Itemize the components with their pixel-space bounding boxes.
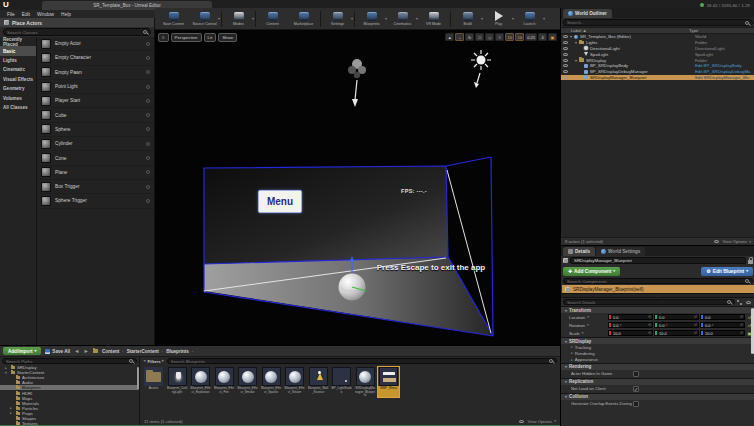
transform-translate-tool[interactable]: + <box>455 33 464 41</box>
section-header-rendering[interactable]: ▾Rendering <box>561 363 754 370</box>
place-item-point-light[interactable]: Point Light <box>37 80 154 94</box>
asset-blueprint-effect-explosion[interactable]: Blueprint_Effect_Explosion <box>190 367 211 397</box>
forward-button[interactable]: ► <box>83 348 88 354</box>
expander-icon[interactable]: ▾ <box>5 371 9 375</box>
outliner-row-type[interactable]: Edit BP_SRDisplayDebugMa <box>693 69 754 74</box>
place-item-sphere-trigger[interactable]: Sphere Trigger <box>37 194 154 208</box>
add-component-button[interactable]: ✚ Add Component ▾ <box>563 267 620 276</box>
breadcrumb-startercontent[interactable]: StarterContent <box>127 349 159 354</box>
category-basic[interactable]: Basic <box>0 46 36 55</box>
outliner-row-bp-srdisplaydebugmanager[interactable]: BP_SRDisplayDebugManagerEdit BP_SRDispla… <box>561 69 754 75</box>
axis-z-field[interactable]: 0.0 °↺ <box>700 322 745 328</box>
category-recently-placed[interactable]: Recently Placed <box>0 37 36 46</box>
asset-wbp-menu[interactable]: WBP_Menu <box>378 367 399 397</box>
outliner-search-input[interactable]: Search... <box>563 19 753 26</box>
tab-details[interactable]: Details <box>563 247 595 256</box>
outliner-row-srdisplay[interactable]: ▾SRDisplayFolder <box>561 57 754 63</box>
toolbar-modes-button[interactable]: Modes▾ <box>223 9 254 29</box>
transform-row-label[interactable]: Location▾ <box>563 315 607 320</box>
tab-world-settings[interactable]: World Settings <box>596 247 645 256</box>
viewport-options-button[interactable]: ≡ <box>158 33 169 42</box>
expander-icon[interactable]: ▸ <box>5 366 9 370</box>
axis-y-field[interactable]: 0.0 °↺ <box>654 322 699 328</box>
content-view-options-button[interactable]: View Options ▾ <box>517 419 556 424</box>
place-item-cylinder[interactable]: Cylinder <box>37 137 154 151</box>
menu-help[interactable]: Help <box>61 12 71 17</box>
component-tree-root-selected[interactable]: SRDisplayManager_Blueprint(self) <box>562 285 754 293</box>
dropdown-caret-icon[interactable]: ▾ <box>543 16 545 21</box>
grid-snap-toggle[interactable]: 10 <box>505 33 514 41</box>
menu-file[interactable]: File <box>7 12 15 17</box>
expander-icon[interactable]: ▸ <box>10 406 14 410</box>
asset-blueprint-effect-smoke[interactable]: Blueprint_Effect_Smoke <box>237 367 258 397</box>
menu-window[interactable]: Window <box>37 12 54 17</box>
reset-icon[interactable]: ↺ <box>694 315 698 319</box>
search-components-input[interactable]: Search Components <box>563 278 753 284</box>
reset-icon[interactable]: ↺ <box>648 323 652 327</box>
place-item-plane[interactable]: Plane <box>37 166 154 180</box>
toolbar-content-button[interactable]: Content <box>257 9 288 29</box>
asset-blueprint-effect-sparks[interactable]: Blueprint_Effect_Sparks <box>261 367 282 397</box>
search-assets-input[interactable]: Search Blueprints <box>167 358 557 364</box>
place-item-player-start[interactable]: Player Start <box>37 94 154 108</box>
reset-icon[interactable]: ↺ <box>740 323 744 327</box>
axis-x-field[interactable]: 0.0↺ <box>608 314 653 320</box>
visibility-eye-icon[interactable] <box>563 70 568 73</box>
transform-row-label[interactable]: Rotation▾ <box>563 323 607 328</box>
maximize-viewport[interactable]: ▣ <box>548 33 557 41</box>
asset-blueprint-ceilinglight[interactable]: Blueprint_CeilingLight <box>167 367 188 397</box>
asset-bp-lightstudio[interactable]: BP_LightStudio <box>331 367 352 397</box>
toolbar-play-button[interactable]: Play▾ <box>483 9 514 29</box>
section-header-collision[interactable]: ▾Collision <box>561 393 754 400</box>
reset-icon[interactable]: ↺ <box>694 331 698 335</box>
category-all-classes[interactable]: All Classes <box>0 103 36 112</box>
section-header-srdisplay[interactable]: ▾SRDisplay <box>561 337 754 344</box>
axis-x-field[interactable]: 0.0 °↺ <box>608 322 653 328</box>
viewport[interactable]: ≡ PerspectiveLitShow ▲+↻□◇#10100.254▣ Me… <box>155 30 560 345</box>
visibility-eye-icon[interactable] <box>563 53 568 56</box>
asset-blueprint-effect-fire[interactable]: Blueprint_Effect_Fire <box>214 367 235 397</box>
axis-x-field[interactable]: 10.0↺ <box>608 330 653 336</box>
outliner-view-options-button[interactable]: View Options ▾ <box>712 239 751 244</box>
asset-blueprint-wall-sconce[interactable]: Blueprint_Wall_Sconce <box>308 367 329 397</box>
menu-widget[interactable]: Menu <box>258 190 302 213</box>
surface-snap-toggle[interactable]: # <box>495 33 504 41</box>
dropdown-caret-icon[interactable]: ▾ <box>351 16 353 21</box>
edit-blueprint-button[interactable]: ⚙ Edit Blueprint ▾ <box>701 267 753 276</box>
axis-z-field[interactable]: 10.0↺ <box>700 330 745 336</box>
property-checkbox[interactable]: ✓ <box>633 386 639 392</box>
toolbar-vr-mode-button[interactable]: VR Mode <box>418 9 449 29</box>
property-checkbox[interactable] <box>633 401 639 407</box>
dropdown-caret-icon[interactable]: ▾ <box>218 16 220 21</box>
filters-button[interactable]: ▼ Filters ▾ <box>143 359 164 364</box>
reset-icon[interactable]: ↺ <box>694 323 698 327</box>
property-checkbox[interactable] <box>633 371 639 377</box>
add-import-button[interactable]: Add/Import ▾ <box>3 347 41 355</box>
dropdown-caret-icon[interactable]: ▾ <box>252 16 254 21</box>
folder-tree-scrollbar[interactable] <box>137 367 139 389</box>
outliner-row-type[interactable]: Edit SRDisplayManager_Blu <box>693 75 754 80</box>
breadcrumb-blueprints[interactable]: Blueprints <box>166 349 189 354</box>
visibility-eye-icon[interactable] <box>563 47 568 50</box>
axis-y-field[interactable]: 10.0↺ <box>654 330 699 336</box>
asset-srdisplaymanager-blueprint[interactable]: SRDisplayManager_Blueprint <box>355 367 376 397</box>
category-visual-effects[interactable]: Visual Effects <box>0 75 36 84</box>
section-header-transform[interactable]: ▾Transform <box>561 306 754 313</box>
viewport-lit-button[interactable]: Lit <box>204 33 217 42</box>
place-item-empty-character[interactable]: Empty Character <box>37 51 154 65</box>
search-classes-input[interactable]: Search Classes <box>3 28 151 36</box>
breadcrumb-content[interactable]: Content <box>102 349 119 354</box>
place-item-empty-actor[interactable]: Empty Actor <box>37 37 154 51</box>
scale-snap-toggle[interactable]: 0.25 <box>525 33 537 41</box>
place-item-sphere[interactable]: Sphere <box>37 123 154 137</box>
visibility-eye-icon[interactable] <box>563 64 568 67</box>
rotation-snap-toggle[interactable]: 10 <box>515 33 524 41</box>
axis-y-field[interactable]: 0.0↺ <box>654 314 699 320</box>
camera-speed[interactable]: 4 <box>538 33 547 41</box>
place-item-cube[interactable]: Cube <box>37 108 154 122</box>
category-geometry[interactable]: Geometry <box>0 84 36 93</box>
column-type[interactable]: Type <box>689 28 754 33</box>
toolbar-blueprints-button[interactable]: Blueprints▾ <box>356 9 387 29</box>
axis-z-field[interactable]: 0.0↺ <box>700 314 745 320</box>
display-filter-icon[interactable] <box>746 301 751 304</box>
